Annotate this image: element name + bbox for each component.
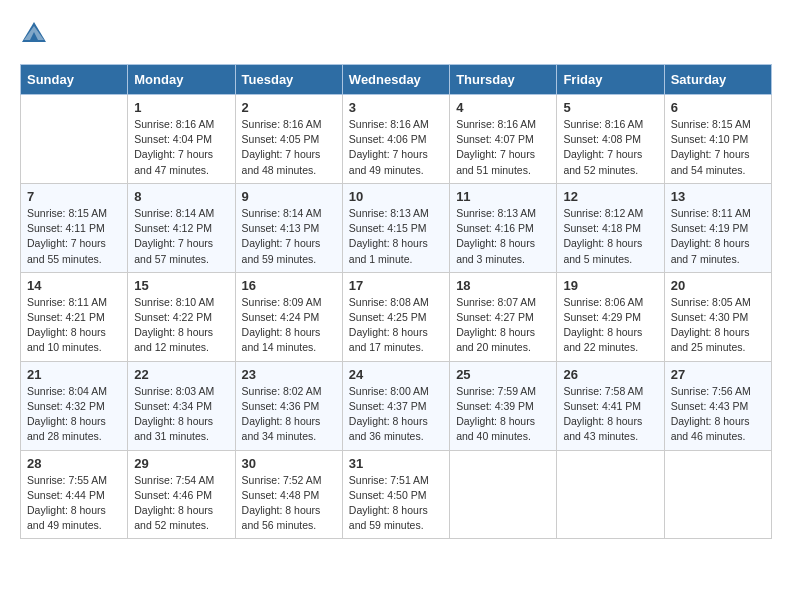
day-number: 4 [456,100,550,115]
day-number: 20 [671,278,765,293]
cell-content: Sunrise: 8:00 AM Sunset: 4:37 PM Dayligh… [349,384,443,445]
day-header-tuesday: Tuesday [235,65,342,95]
cell-content: Sunrise: 8:16 AM Sunset: 4:04 PM Dayligh… [134,117,228,178]
cell-content: Sunrise: 8:16 AM Sunset: 4:05 PM Dayligh… [242,117,336,178]
calendar-cell: 10Sunrise: 8:13 AM Sunset: 4:15 PM Dayli… [342,183,449,272]
day-number: 15 [134,278,228,293]
calendar-cell: 6Sunrise: 8:15 AM Sunset: 4:10 PM Daylig… [664,95,771,184]
day-header-friday: Friday [557,65,664,95]
calendar-cell [450,450,557,539]
cell-content: Sunrise: 7:51 AM Sunset: 4:50 PM Dayligh… [349,473,443,534]
day-header-wednesday: Wednesday [342,65,449,95]
calendar-cell: 18Sunrise: 8:07 AM Sunset: 4:27 PM Dayli… [450,272,557,361]
day-number: 16 [242,278,336,293]
calendar-cell [664,450,771,539]
day-number: 6 [671,100,765,115]
calendar-cell: 21Sunrise: 8:04 AM Sunset: 4:32 PM Dayli… [21,361,128,450]
cell-content: Sunrise: 8:06 AM Sunset: 4:29 PM Dayligh… [563,295,657,356]
calendar-cell: 7Sunrise: 8:15 AM Sunset: 4:11 PM Daylig… [21,183,128,272]
day-number: 21 [27,367,121,382]
header [20,20,772,48]
day-header-saturday: Saturday [664,65,771,95]
cell-content: Sunrise: 8:03 AM Sunset: 4:34 PM Dayligh… [134,384,228,445]
cell-content: Sunrise: 8:02 AM Sunset: 4:36 PM Dayligh… [242,384,336,445]
day-number: 11 [456,189,550,204]
cell-content: Sunrise: 8:11 AM Sunset: 4:21 PM Dayligh… [27,295,121,356]
logo-icon [20,20,48,48]
calendar-cell: 1Sunrise: 8:16 AM Sunset: 4:04 PM Daylig… [128,95,235,184]
calendar-week-row: 28Sunrise: 7:55 AM Sunset: 4:44 PM Dayli… [21,450,772,539]
calendar-table: SundayMondayTuesdayWednesdayThursdayFrid… [20,64,772,539]
cell-content: Sunrise: 8:08 AM Sunset: 4:25 PM Dayligh… [349,295,443,356]
cell-content: Sunrise: 7:55 AM Sunset: 4:44 PM Dayligh… [27,473,121,534]
cell-content: Sunrise: 8:09 AM Sunset: 4:24 PM Dayligh… [242,295,336,356]
day-number: 14 [27,278,121,293]
calendar-cell: 20Sunrise: 8:05 AM Sunset: 4:30 PM Dayli… [664,272,771,361]
day-number: 31 [349,456,443,471]
cell-content: Sunrise: 8:16 AM Sunset: 4:06 PM Dayligh… [349,117,443,178]
day-number: 2 [242,100,336,115]
cell-content: Sunrise: 7:58 AM Sunset: 4:41 PM Dayligh… [563,384,657,445]
calendar-cell: 19Sunrise: 8:06 AM Sunset: 4:29 PM Dayli… [557,272,664,361]
day-number: 18 [456,278,550,293]
cell-content: Sunrise: 8:04 AM Sunset: 4:32 PM Dayligh… [27,384,121,445]
calendar-week-row: 14Sunrise: 8:11 AM Sunset: 4:21 PM Dayli… [21,272,772,361]
day-header-monday: Monday [128,65,235,95]
day-number: 3 [349,100,443,115]
day-number: 1 [134,100,228,115]
calendar-cell: 4Sunrise: 8:16 AM Sunset: 4:07 PM Daylig… [450,95,557,184]
calendar-cell: 17Sunrise: 8:08 AM Sunset: 4:25 PM Dayli… [342,272,449,361]
calendar-cell: 30Sunrise: 7:52 AM Sunset: 4:48 PM Dayli… [235,450,342,539]
calendar-cell: 16Sunrise: 8:09 AM Sunset: 4:24 PM Dayli… [235,272,342,361]
calendar-cell: 5Sunrise: 8:16 AM Sunset: 4:08 PM Daylig… [557,95,664,184]
cell-content: Sunrise: 8:14 AM Sunset: 4:12 PM Dayligh… [134,206,228,267]
day-number: 13 [671,189,765,204]
day-number: 12 [563,189,657,204]
logo [20,20,54,48]
calendar-cell: 28Sunrise: 7:55 AM Sunset: 4:44 PM Dayli… [21,450,128,539]
calendar-cell: 12Sunrise: 8:12 AM Sunset: 4:18 PM Dayli… [557,183,664,272]
cell-content: Sunrise: 8:10 AM Sunset: 4:22 PM Dayligh… [134,295,228,356]
day-number: 8 [134,189,228,204]
calendar-cell: 27Sunrise: 7:56 AM Sunset: 4:43 PM Dayli… [664,361,771,450]
day-number: 19 [563,278,657,293]
day-header-thursday: Thursday [450,65,557,95]
cell-content: Sunrise: 8:07 AM Sunset: 4:27 PM Dayligh… [456,295,550,356]
cell-content: Sunrise: 8:16 AM Sunset: 4:07 PM Dayligh… [456,117,550,178]
day-number: 26 [563,367,657,382]
calendar-header-row: SundayMondayTuesdayWednesdayThursdayFrid… [21,65,772,95]
calendar-week-row: 7Sunrise: 8:15 AM Sunset: 4:11 PM Daylig… [21,183,772,272]
day-number: 23 [242,367,336,382]
day-number: 30 [242,456,336,471]
calendar-cell: 26Sunrise: 7:58 AM Sunset: 4:41 PM Dayli… [557,361,664,450]
calendar-cell: 15Sunrise: 8:10 AM Sunset: 4:22 PM Dayli… [128,272,235,361]
calendar-cell [557,450,664,539]
calendar-cell: 22Sunrise: 8:03 AM Sunset: 4:34 PM Dayli… [128,361,235,450]
day-number: 7 [27,189,121,204]
day-number: 5 [563,100,657,115]
day-number: 9 [242,189,336,204]
calendar-cell: 14Sunrise: 8:11 AM Sunset: 4:21 PM Dayli… [21,272,128,361]
calendar-cell: 31Sunrise: 7:51 AM Sunset: 4:50 PM Dayli… [342,450,449,539]
day-number: 10 [349,189,443,204]
day-number: 28 [27,456,121,471]
cell-content: Sunrise: 8:05 AM Sunset: 4:30 PM Dayligh… [671,295,765,356]
day-header-sunday: Sunday [21,65,128,95]
day-number: 27 [671,367,765,382]
calendar-cell: 9Sunrise: 8:14 AM Sunset: 4:13 PM Daylig… [235,183,342,272]
day-number: 25 [456,367,550,382]
day-number: 17 [349,278,443,293]
calendar-cell: 13Sunrise: 8:11 AM Sunset: 4:19 PM Dayli… [664,183,771,272]
calendar-cell: 29Sunrise: 7:54 AM Sunset: 4:46 PM Dayli… [128,450,235,539]
calendar-week-row: 21Sunrise: 8:04 AM Sunset: 4:32 PM Dayli… [21,361,772,450]
calendar-cell: 8Sunrise: 8:14 AM Sunset: 4:12 PM Daylig… [128,183,235,272]
calendar-cell: 11Sunrise: 8:13 AM Sunset: 4:16 PM Dayli… [450,183,557,272]
cell-content: Sunrise: 7:52 AM Sunset: 4:48 PM Dayligh… [242,473,336,534]
cell-content: Sunrise: 8:12 AM Sunset: 4:18 PM Dayligh… [563,206,657,267]
cell-content: Sunrise: 8:13 AM Sunset: 4:15 PM Dayligh… [349,206,443,267]
calendar-cell: 3Sunrise: 8:16 AM Sunset: 4:06 PM Daylig… [342,95,449,184]
cell-content: Sunrise: 8:15 AM Sunset: 4:10 PM Dayligh… [671,117,765,178]
cell-content: Sunrise: 7:54 AM Sunset: 4:46 PM Dayligh… [134,473,228,534]
calendar-cell: 2Sunrise: 8:16 AM Sunset: 4:05 PM Daylig… [235,95,342,184]
cell-content: Sunrise: 7:59 AM Sunset: 4:39 PM Dayligh… [456,384,550,445]
